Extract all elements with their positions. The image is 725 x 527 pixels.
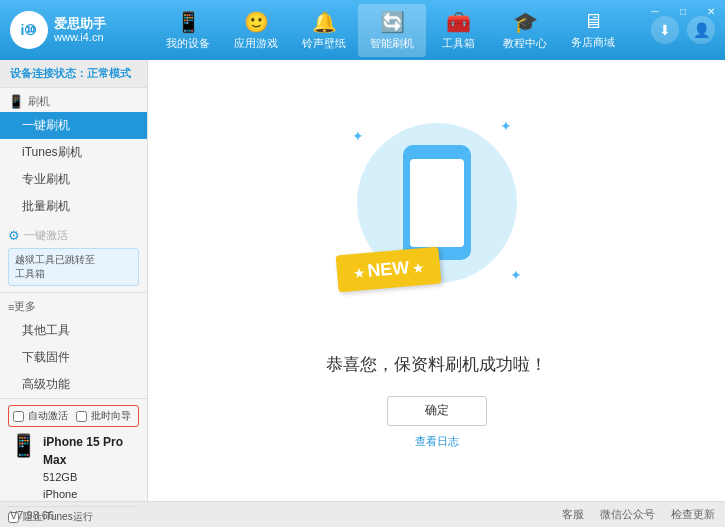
flash-section-label: 刷机 [28, 94, 50, 109]
scheduled-restart-checkbox[interactable] [76, 411, 87, 422]
nav-tutorials[interactable]: 🎓 教程中心 [491, 4, 559, 57]
ringtones-icon: 🔔 [312, 10, 337, 34]
connection-status: 设备连接状态：正常模式 [0, 60, 147, 88]
main-content: ✦ ✦ ✦ NEW 恭喜您，保资料刷机成功啦！ 确定 查看日志 [148, 60, 725, 501]
close-button[interactable]: ✕ [697, 0, 725, 22]
activate-icon: ⚙ [8, 228, 20, 243]
nav-service-label: 务店商域 [571, 35, 615, 50]
sidebar: 设备连接状态：正常模式 📱 刷机 一键刷机 iTunes刷机 专业刷机 批量刷机… [0, 60, 148, 501]
tutorials-icon: 🎓 [513, 10, 538, 34]
maximize-button[interactable]: □ [669, 0, 697, 22]
auto-activate-row: 自动激活 批时向导 [8, 405, 139, 427]
device-details: iPhone 15 Pro Max 512GB iPhone [43, 433, 139, 502]
logo-area: i⑩ 爱思助手 www.i4.cn [10, 11, 130, 49]
nav-toolbox[interactable]: 🧰 工具箱 [426, 4, 491, 57]
phone-notch [427, 153, 447, 158]
sidebar-item-download-firmware[interactable]: 下载固件 [0, 344, 147, 371]
nav-my-device-label: 我的设备 [166, 36, 210, 51]
sidebar-item-advanced[interactable]: 高级功能 [0, 371, 147, 398]
warning-box: 越狱工具已跳转至工具箱 [8, 248, 139, 286]
sidebar-item-batch-flash[interactable]: 批量刷机 [0, 193, 147, 220]
sidebar-item-other-tools[interactable]: 其他工具 [0, 317, 147, 344]
nav-apps-games[interactable]: 🙂 应用游戏 [222, 4, 290, 57]
one-click-activate-label: 一键激活 [24, 228, 68, 243]
sidebar-item-pro-flash[interactable]: 专业刷机 [0, 166, 147, 193]
auto-activate-label: 自动激活 [28, 409, 68, 423]
footer-link-service[interactable]: 客服 [562, 507, 584, 522]
sidebar-item-itunes-flash[interactable]: iTunes刷机 [0, 139, 147, 166]
nav-smart-flash[interactable]: 🔄 智能刷机 [358, 4, 426, 57]
more-section-header: ≡ 更多 [0, 292, 147, 317]
device-type: iPhone [43, 486, 139, 503]
scheduled-restart-label: 批时向导 [91, 409, 131, 423]
more-label: 更多 [14, 299, 36, 314]
footer-links: 客服 微信公众号 检查更新 [562, 507, 715, 522]
new-badge: NEW [335, 246, 441, 292]
nav-apps-games-label: 应用游戏 [234, 36, 278, 51]
sparkle-top-left-icon: ✦ [352, 128, 364, 144]
nav-ringtones[interactable]: 🔔 铃声壁纸 [290, 4, 358, 57]
nav-tutorials-label: 教程中心 [503, 36, 547, 51]
phone-illustration: ✦ ✦ ✦ NEW [347, 113, 527, 333]
nav-my-device[interactable]: 📱 我的设备 [154, 4, 222, 57]
view-log-link[interactable]: 查看日志 [415, 434, 459, 449]
success-message: 恭喜您，保资料刷机成功啦！ [326, 353, 547, 376]
logo-icon: i⑩ [10, 11, 48, 49]
nav-bar: 📱 我的设备 🙂 应用游戏 🔔 铃声壁纸 🔄 智能刷机 🧰 工具箱 🎓 教程中心… [130, 4, 651, 57]
my-device-icon: 📱 [176, 10, 201, 34]
nav-service[interactable]: 🖥 务店商域 [559, 4, 627, 57]
footer-link-update[interactable]: 检查更新 [671, 507, 715, 522]
phone-screen [410, 159, 464, 247]
nav-smart-flash-label: 智能刷机 [370, 36, 414, 51]
status-label: 设备连接状态： [10, 67, 87, 79]
nav-ringtones-label: 铃声壁纸 [302, 36, 346, 51]
app-body: 设备连接状态：正常模式 📱 刷机 一键刷机 iTunes刷机 专业刷机 批量刷机… [0, 60, 725, 501]
device-icon: 📱 [10, 433, 37, 459]
auto-activate-checkbox[interactable] [13, 411, 24, 422]
status-value: 正常模式 [87, 67, 131, 79]
warning-text: 越狱工具已跳转至工具箱 [15, 254, 95, 279]
flash-section-icon: 📱 [8, 94, 24, 109]
nav-toolbox-label: 工具箱 [442, 36, 475, 51]
device-name: iPhone 15 Pro Max [43, 433, 139, 469]
apps-games-icon: 🙂 [244, 10, 269, 34]
sparkle-top-right-icon: ✦ [500, 118, 512, 134]
app-title: 爱思助手 [54, 16, 106, 32]
footer-version: V7.98.66 [10, 509, 54, 521]
phone-body [403, 145, 471, 260]
device-storage: 512GB [43, 469, 139, 486]
header: i⑩ 爱思助手 www.i4.cn 📱 我的设备 🙂 应用游戏 🔔 铃声壁纸 🔄… [0, 0, 725, 60]
service-icon: 🖥 [583, 10, 603, 33]
confirm-button[interactable]: 确定 [387, 396, 487, 426]
flash-section-header: 📱 刷机 [0, 88, 147, 112]
sparkle-bottom-right-icon: ✦ [510, 267, 522, 283]
app-subtitle: www.i4.cn [54, 31, 106, 44]
minimize-button[interactable]: ─ [641, 0, 669, 22]
toolbox-icon: 🧰 [446, 10, 471, 34]
sidebar-item-one-click-flash[interactable]: 一键刷机 [0, 112, 147, 139]
smart-flash-icon: 🔄 [380, 10, 405, 34]
device-info: 📱 iPhone 15 Pro Max 512GB iPhone [8, 433, 139, 502]
footer-link-wechat[interactable]: 微信公众号 [600, 507, 655, 522]
one-click-activate-header: ⚙ 一键激活 [0, 222, 147, 246]
